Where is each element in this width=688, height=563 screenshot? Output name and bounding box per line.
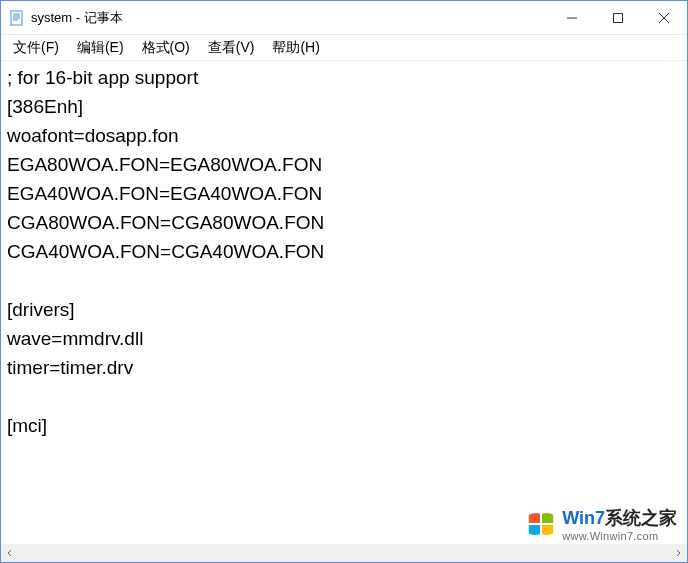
- minimize-icon: [567, 13, 577, 23]
- menubar: 文件(F) 编辑(E) 格式(O) 查看(V) 帮助(H): [1, 35, 687, 61]
- scroll-left-button[interactable]: [1, 544, 19, 562]
- maximize-button[interactable]: [595, 1, 641, 35]
- titlebar: system - 记事本: [1, 1, 687, 35]
- scroll-right-button[interactable]: [669, 544, 687, 562]
- menu-help[interactable]: 帮助(H): [264, 37, 327, 59]
- chevron-left-icon: [6, 549, 14, 557]
- notepad-icon: [9, 10, 25, 26]
- window-title: system - 记事本: [31, 9, 123, 27]
- svg-rect-6: [614, 13, 623, 22]
- minimize-button[interactable]: [549, 1, 595, 35]
- text-content[interactable]: ; for 16-bit app support [386Enh] woafon…: [1, 61, 687, 544]
- maximize-icon: [613, 13, 623, 23]
- notepad-window: system - 记事本 文件(F) 编辑(E) 格式(O) 查看(V) 帮助(…: [0, 0, 688, 563]
- menu-view[interactable]: 查看(V): [200, 37, 263, 59]
- menu-format[interactable]: 格式(O): [134, 37, 198, 59]
- close-button[interactable]: [641, 1, 687, 35]
- close-icon: [659, 13, 669, 23]
- editor-area: ; for 16-bit app support [386Enh] woafon…: [1, 61, 687, 562]
- horizontal-scrollbar[interactable]: [1, 544, 687, 562]
- chevron-right-icon: [674, 549, 682, 557]
- menu-edit[interactable]: 编辑(E): [69, 37, 132, 59]
- menu-file[interactable]: 文件(F): [5, 37, 67, 59]
